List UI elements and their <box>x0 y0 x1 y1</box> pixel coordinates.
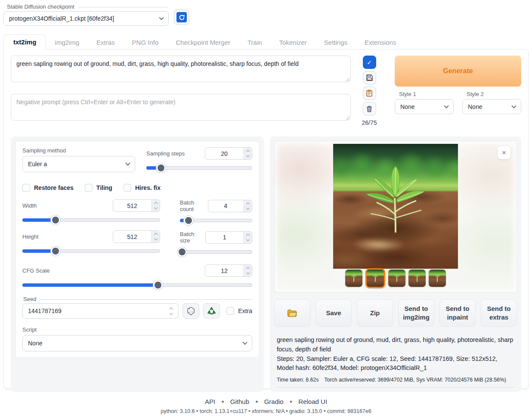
slider-thumb[interactable] <box>153 280 163 290</box>
legend-line <box>40 299 252 300</box>
save-style-button[interactable] <box>363 71 376 84</box>
height-slider[interactable] <box>22 246 160 256</box>
gradio-link[interactable]: Gradio <box>264 398 284 405</box>
image-gallery[interactable]: × <box>274 141 517 292</box>
tab-txt2img[interactable]: txt2img <box>3 34 46 50</box>
sampling-steps-slider[interactable] <box>146 163 252 173</box>
tab-settings[interactable]: Settings <box>315 35 356 50</box>
send-to-img2img-button[interactable]: Send to img2img <box>398 299 434 327</box>
restore-faces-checkbox[interactable]: Restore faces <box>22 184 74 192</box>
gallery-thumbnail[interactable] <box>365 268 385 288</box>
hires-fix-checkbox[interactable]: Hires. fix <box>124 184 161 192</box>
save-button[interactable]: Save <box>315 299 352 327</box>
stepper-buttons[interactable] <box>243 200 252 212</box>
batch-count-group: Batch count 4 <box>180 199 252 225</box>
batch-count-slider[interactable] <box>180 216 252 225</box>
reuse-seed-button[interactable] <box>203 303 220 319</box>
height-input[interactable]: 512 <box>113 230 160 243</box>
style2-label: Style 2 <box>462 91 521 97</box>
generate-column: Generate Style 1 None Style 2 None <box>395 56 521 126</box>
sampling-method-value: Euler a <box>28 161 47 168</box>
cfg-scale-label: CFG Scale <box>22 267 50 274</box>
gallery-thumbnail[interactable] <box>388 270 405 287</box>
generated-image[interactable] <box>333 144 458 269</box>
reload-ui-link[interactable]: Reload UI <box>298 398 327 405</box>
sampling-method-select[interactable]: Euler a <box>22 156 135 172</box>
width-group: Width 512 <box>22 199 160 225</box>
tab-png-info[interactable]: PNG Info <box>124 35 167 50</box>
dice-icon <box>186 307 195 316</box>
checkpoint-select[interactable]: protogenX34OfficialR_1.ckpt [60fe2f34] <box>3 11 169 26</box>
batch-count-input[interactable]: 4 <box>208 200 252 212</box>
stepper-buttons[interactable] <box>167 308 176 314</box>
gallery-thumbnail[interactable] <box>408 270 426 287</box>
settings-panel: Sampling method Euler a Sampling steps 2… <box>11 137 264 392</box>
width-label: Width <box>22 202 37 209</box>
style1-select[interactable]: None <box>395 99 454 114</box>
height-group: Height 512 <box>22 230 160 256</box>
stepper-buttons[interactable] <box>243 265 252 276</box>
close-gallery-button[interactable]: × <box>498 146 510 159</box>
stepper-buttons[interactable] <box>151 231 160 242</box>
results-panel: × Save Zip Send to img2img Send to inpai… <box>270 137 521 392</box>
random-seed-button[interactable] <box>182 303 199 319</box>
slider-thumb[interactable] <box>156 163 166 173</box>
style2-select[interactable]: None <box>462 99 521 114</box>
gallery-thumbnails <box>275 268 517 288</box>
script-select[interactable]: None <box>22 335 252 351</box>
gallery-thumbnail[interactable] <box>345 270 362 287</box>
tab-tokenizer[interactable]: Tokenizer <box>271 35 315 50</box>
open-folder-button[interactable] <box>274 299 310 327</box>
stepper-buttons[interactable] <box>243 232 252 243</box>
tab-checkpoint-merger[interactable]: Checkpoint Merger <box>167 35 239 50</box>
github-link[interactable]: Github <box>230 398 249 405</box>
result-buttons-row: Save Zip Send to img2img Send to inpaint… <box>274 299 517 327</box>
generate-button[interactable]: Generate <box>395 56 521 87</box>
zip-button[interactable]: Zip <box>357 299 393 327</box>
checkbox-box[interactable] <box>226 307 234 315</box>
info-prompt-text: green sapling rowing out of ground, mud,… <box>277 335 514 354</box>
seed-group: Seed 1441787169 <box>22 296 252 319</box>
prompt-input[interactable]: green sapling rowing out of ground, mud,… <box>11 56 351 82</box>
slider-thumb[interactable] <box>51 215 60 225</box>
chevron-down-icon <box>125 161 130 165</box>
script-label: Script <box>22 326 252 333</box>
check-icon: ✓ <box>367 59 372 66</box>
sampling-steps-input[interactable]: 20 <box>205 147 252 160</box>
batch-size-input[interactable]: 1 <box>205 231 252 244</box>
checkbox-box[interactable] <box>85 184 93 192</box>
paste-params-button[interactable]: ✓ <box>363 56 376 69</box>
negative-prompt-input[interactable] <box>11 94 351 121</box>
chevron-down-icon <box>444 103 448 108</box>
tab-extras[interactable]: Extras <box>88 35 124 50</box>
send-to-inpaint-button[interactable]: Send to inpaint <box>439 299 476 327</box>
slider-thumb[interactable] <box>177 247 187 257</box>
gallery-thumbnail[interactable] <box>429 270 446 287</box>
width-slider[interactable] <box>22 215 160 225</box>
stepper-buttons[interactable] <box>243 148 252 159</box>
cfg-scale-slider[interactable] <box>22 280 252 290</box>
checkpoint-group: Stable Diffusion checkpoint protogenX34O… <box>3 3 169 26</box>
tab-train[interactable]: Train <box>239 35 271 50</box>
send-to-extras-button[interactable]: Send to extras <box>481 299 517 327</box>
refresh-checkpoints-button[interactable] <box>174 9 189 25</box>
tab-img2img[interactable]: img2img <box>46 35 88 50</box>
apply-style-button[interactable] <box>363 87 376 100</box>
refresh-icon <box>176 12 187 22</box>
batch-size-slider[interactable] <box>180 247 252 257</box>
slider-thumb[interactable] <box>184 216 193 225</box>
slider-thumb[interactable] <box>51 246 60 256</box>
checkbox-box[interactable] <box>124 184 131 192</box>
cfg-scale-input[interactable]: 12 <box>205 264 252 277</box>
clear-prompt-button[interactable] <box>363 102 376 115</box>
seed-label: Seed <box>23 296 36 302</box>
checkbox-box[interactable] <box>22 184 30 192</box>
extra-seed-checkbox[interactable]: Extra <box>226 307 252 315</box>
txt2img-panel: green sapling rowing out of ground, mud,… <box>3 49 529 389</box>
tiling-checkbox[interactable]: Tiling <box>85 184 112 192</box>
tab-extensions[interactable]: Extensions <box>356 35 405 50</box>
api-link[interactable]: API <box>205 398 215 405</box>
seed-input[interactable]: 1441787169 <box>22 303 179 319</box>
width-input[interactable]: 512 <box>113 199 160 212</box>
stepper-buttons[interactable] <box>151 200 160 211</box>
